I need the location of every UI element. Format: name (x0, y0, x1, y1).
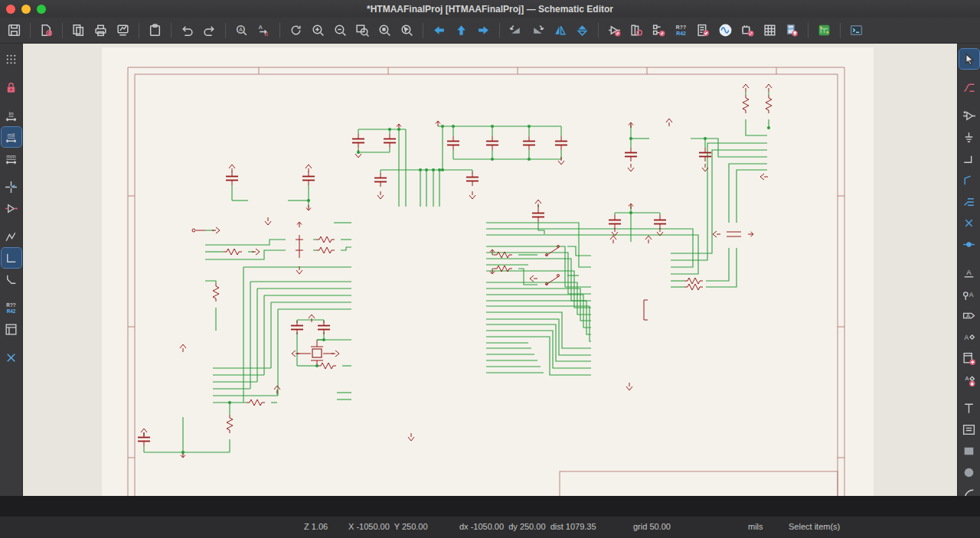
nav-up-button[interactable] (451, 20, 472, 41)
print-button[interactable] (90, 20, 111, 41)
simulator-button[interactable] (715, 20, 736, 41)
add-bus-entry-button[interactable] (959, 191, 979, 211)
nav-forward-button[interactable] (473, 20, 494, 41)
nav-up-icon (454, 23, 469, 37)
wires-any-angle-icon (4, 230, 18, 244)
undo-button[interactable] (177, 20, 198, 41)
wires-45-icon (4, 272, 18, 287)
assign-footprints-button[interactable] (737, 20, 758, 41)
plot-button[interactable] (113, 20, 133, 41)
add-net-label-button[interactable]: A (959, 262, 979, 282)
refresh-button[interactable] (286, 20, 306, 41)
add-global-label-button[interactable]: A (959, 305, 979, 325)
zoom-in-button[interactable] (308, 20, 328, 41)
import-sheet-pin-button[interactable]: A (959, 370, 979, 390)
select-button[interactable] (959, 49, 979, 69)
save-button[interactable] (4, 20, 24, 41)
rotate-cw-button[interactable] (528, 20, 548, 41)
erc-button[interactable] (693, 20, 714, 41)
junction (491, 158, 494, 161)
status-delta: dx -1050.00 dy 250.00 dist 1079.35 (459, 522, 596, 531)
erc-icon (696, 23, 710, 37)
tools-button[interactable] (2, 347, 21, 367)
copy-sheet-button[interactable] (68, 20, 89, 41)
symbol-fields-table-button[interactable] (760, 20, 780, 41)
full-crosshair-button[interactable] (2, 177, 21, 197)
add-textbox-button[interactable] (959, 419, 979, 439)
open-pcb-button[interactable] (814, 20, 835, 41)
export-bom-button[interactable]: bom (782, 20, 802, 41)
units-mils-button[interactable]: mil (2, 127, 21, 147)
status-bar: Z 1.06 X -1050.00 Y 250.00 dx -1050.00 d… (0, 517, 980, 538)
edit-symbol-fields-button[interactable] (648, 20, 669, 41)
annotate-button[interactable]: R??R42 (671, 20, 691, 41)
toolbar-separator (840, 23, 841, 38)
mirror-v-button[interactable] (572, 20, 593, 41)
simulator-icon (718, 23, 733, 37)
find-replace-button[interactable]: AB (253, 20, 274, 41)
minimize-button[interactable] (21, 5, 31, 14)
maximize-button[interactable] (37, 5, 46, 14)
add-junction-button[interactable] (959, 234, 979, 254)
units-inches-button[interactable]: in (2, 106, 21, 126)
close-button[interactable] (6, 5, 15, 14)
check-symbols-button[interactable] (604, 20, 625, 41)
status-units[interactable]: mils (748, 522, 763, 531)
add-bus-entry-icon (962, 194, 976, 209)
right-toolbar: AAAAA (957, 44, 980, 496)
find-icon: A (234, 23, 249, 37)
zoom-fit-button[interactable] (352, 20, 373, 41)
bottom-strip (0, 496, 980, 517)
add-bus-button[interactable] (959, 170, 979, 190)
units-mm-button[interactable]: mm (2, 148, 21, 168)
paste-button[interactable] (145, 20, 165, 41)
grid-snap-lock-button[interactable] (2, 77, 21, 97)
rotate-ccw-button[interactable] (505, 20, 526, 41)
junction (528, 158, 531, 161)
redo-icon (202, 23, 217, 37)
junction (441, 125, 444, 128)
zoom-selection-button[interactable] (397, 20, 417, 41)
add-sheet-button[interactable] (959, 348, 979, 368)
svg-text:A: A (239, 27, 243, 32)
add-rectangle-button[interactable] (959, 441, 979, 461)
properties-panel-button[interactable] (2, 319, 21, 339)
mirror-h-button[interactable] (550, 20, 570, 41)
svg-text:mil: mil (8, 131, 15, 138)
schematic-canvas[interactable] (23, 44, 957, 496)
window-title: *HTMAAFinalProj [HTMAAFinalProj] — Schem… (0, 4, 980, 15)
annotate-auto-button[interactable]: R??R42 (2, 298, 21, 318)
add-power-button[interactable] (959, 127, 979, 147)
add-wire-button[interactable] (959, 148, 979, 168)
nav-back-button[interactable] (429, 20, 449, 41)
find-button[interactable]: A (231, 20, 252, 41)
titlebar[interactable]: *HTMAAFinalProj [HTMAAFinalProj] — Schem… (0, 0, 980, 18)
add-no-connect-button[interactable] (959, 213, 979, 233)
grid-toggle-button[interactable] (2, 49, 21, 69)
toolbar-separator (279, 23, 280, 38)
add-net-label-icon: A (962, 266, 976, 280)
browse-libraries-button[interactable] (626, 20, 647, 41)
svg-text:A: A (965, 333, 969, 341)
sheet-settings-button[interactable] (36, 20, 57, 41)
svg-text:R42: R42 (676, 31, 686, 36)
scripting-console-button[interactable] (846, 20, 867, 41)
wires-45-button[interactable] (2, 269, 21, 289)
zoom-out-button[interactable] (330, 20, 351, 41)
add-symbol-button[interactable] (959, 106, 979, 126)
highlight-net-button[interactable] (959, 77, 979, 97)
zoom-objects-button[interactable] (374, 20, 395, 41)
junction (228, 401, 231, 404)
wires-hv-button[interactable] (2, 248, 21, 268)
redo-button[interactable] (199, 20, 220, 41)
svg-text:in: in (8, 109, 13, 116)
add-text-button[interactable] (959, 398, 979, 418)
wires-any-angle-button[interactable] (2, 227, 21, 246)
show-hidden-pins-button[interactable] (2, 198, 21, 218)
add-circle-button[interactable] (959, 462, 979, 482)
add-netclass-directive-button[interactable]: A (959, 284, 979, 304)
junction (528, 125, 531, 128)
units-mils-icon: mil (4, 130, 18, 145)
junction (452, 125, 455, 128)
add-hier-label-button[interactable]: A (959, 327, 979, 347)
